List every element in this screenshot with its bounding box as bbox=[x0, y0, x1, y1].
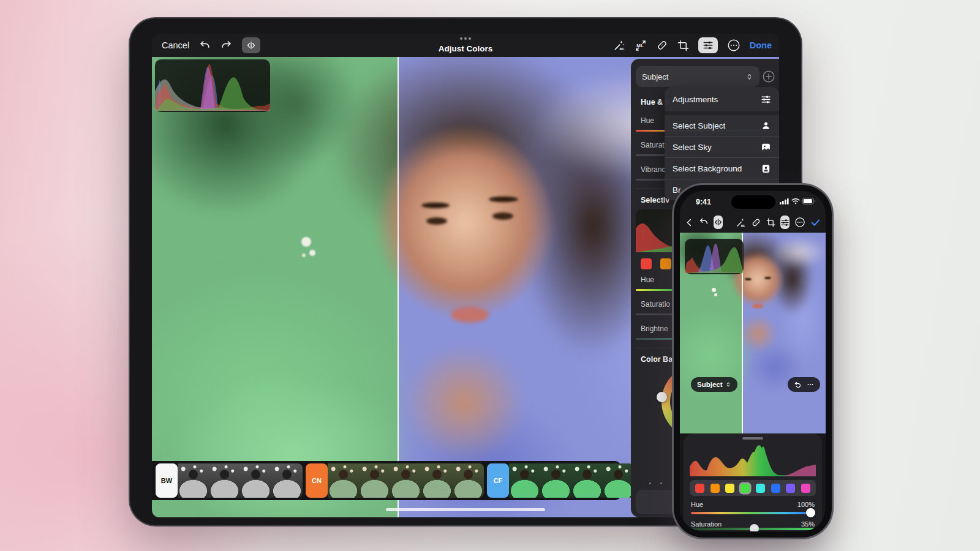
reset-more-chip[interactable] bbox=[788, 377, 820, 392]
selective-saturation-label: Saturatio bbox=[641, 300, 670, 309]
filter-thumbnail[interactable] bbox=[453, 463, 484, 498]
color-swatch[interactable] bbox=[725, 484, 734, 493]
adjustments-button[interactable] bbox=[698, 37, 718, 53]
saturation-slider-label: Saturati bbox=[641, 141, 666, 149]
split-compare-divider[interactable] bbox=[398, 57, 399, 517]
phone-saturation-value: 35% bbox=[801, 520, 815, 528]
neck-shape bbox=[740, 315, 777, 352]
phone-hue-knob[interactable] bbox=[806, 508, 815, 517]
histogram-overlay bbox=[155, 59, 270, 112]
sheet-drag-handle[interactable] bbox=[742, 437, 763, 440]
battery-icon bbox=[802, 198, 816, 204]
phone-adjustment-sheet: Hue 100% Saturation 35% bbox=[684, 433, 822, 531]
ml-resize-icon[interactable]: ML bbox=[635, 39, 647, 51]
more-options-icon[interactable] bbox=[794, 217, 805, 228]
lips-shape bbox=[451, 307, 489, 323]
person-icon bbox=[761, 121, 771, 131]
color-balance-knob[interactable] bbox=[657, 392, 667, 402]
home-indicator[interactable] bbox=[386, 508, 545, 511]
filter-tab-cn[interactable]: CN bbox=[306, 463, 328, 498]
cellular-signal-icon bbox=[780, 198, 789, 204]
phone-saturation-label: Saturation bbox=[691, 520, 722, 528]
subject-selector-label: Subject bbox=[642, 72, 668, 81]
chevron-updown-icon bbox=[725, 381, 731, 388]
menu-item-select-subject[interactable]: Select Subject bbox=[665, 115, 779, 136]
repair-bandage-icon[interactable] bbox=[656, 39, 668, 51]
multitasking-indicator-icon[interactable] bbox=[464, 37, 467, 40]
svg-text:ML: ML bbox=[741, 224, 745, 227]
ml-enhance-icon[interactable]: ML bbox=[736, 217, 746, 228]
color-swatch[interactable] bbox=[801, 484, 810, 493]
filter-thumbnail[interactable] bbox=[509, 463, 540, 498]
phone-histogram-overlay bbox=[685, 239, 744, 274]
phone-hue-label: Hue bbox=[691, 501, 703, 508]
neck-shape bbox=[403, 345, 526, 461]
filter-filmstrip[interactable]: BW CN CF bbox=[152, 461, 621, 500]
subject-selector[interactable]: Subject bbox=[636, 66, 760, 87]
menu-item-adjustments[interactable]: Adjustments bbox=[665, 87, 779, 111]
crop-icon[interactable] bbox=[677, 40, 689, 51]
back-icon[interactable] bbox=[685, 218, 694, 227]
repair-bandage-icon[interactable] bbox=[751, 217, 761, 228]
undo-icon[interactable] bbox=[699, 217, 709, 227]
menu-item-select-background[interactable]: Select Background bbox=[665, 157, 779, 179]
color-swatch[interactable] bbox=[771, 484, 780, 493]
done-button[interactable]: Done bbox=[750, 40, 772, 50]
menu-item-label: Br bbox=[673, 186, 681, 195]
chevron-updown-icon bbox=[745, 73, 753, 81]
filter-thumbnail[interactable] bbox=[603, 463, 634, 498]
filter-tab-cf[interactable]: CF bbox=[487, 463, 509, 498]
eye-shape bbox=[764, 277, 771, 279]
phone-toolbar: ML bbox=[680, 212, 826, 233]
color-swatch[interactable] bbox=[756, 484, 765, 493]
lips-shape bbox=[752, 304, 763, 309]
color-swatch[interactable] bbox=[741, 484, 750, 493]
filter-thumbnail[interactable] bbox=[540, 463, 571, 498]
filter-group-bw: BW bbox=[156, 463, 303, 498]
color-swatch[interactable] bbox=[710, 484, 720, 493]
filter-thumbnail[interactable] bbox=[421, 463, 453, 498]
color-swatch[interactable] bbox=[695, 484, 704, 493]
filter-thumbnail[interactable] bbox=[209, 463, 240, 498]
crop-icon[interactable] bbox=[766, 218, 775, 227]
filter-thumbnail[interactable] bbox=[571, 463, 603, 498]
filter-tab-bw[interactable]: BW bbox=[156, 463, 178, 498]
eye-shape bbox=[745, 278, 752, 280]
filter-thumbnail[interactable] bbox=[178, 463, 209, 498]
split-compare-button[interactable] bbox=[714, 216, 723, 229]
color-swatch[interactable] bbox=[641, 258, 652, 269]
reset-icon[interactable] bbox=[794, 381, 802, 389]
phone-hue-slider[interactable] bbox=[691, 512, 815, 514]
hue-slider-label: Hue bbox=[641, 116, 654, 125]
color-swatch[interactable] bbox=[660, 258, 671, 269]
more-options-icon[interactable] bbox=[727, 39, 741, 52]
color-swatch[interactable] bbox=[786, 484, 795, 493]
adjustments-button[interactable] bbox=[780, 216, 790, 229]
status-time: 9:41 bbox=[696, 198, 711, 206]
ml-enhance-icon[interactable]: ML bbox=[613, 39, 625, 51]
sliders-icon bbox=[761, 94, 771, 105]
phone-photo-canvas[interactable] bbox=[680, 233, 826, 433]
confirm-check-icon[interactable] bbox=[810, 217, 821, 228]
phone-topbar: 9:41 ML bbox=[680, 191, 826, 233]
eye-shape bbox=[492, 212, 513, 220]
filter-thumbnail[interactable] bbox=[328, 463, 359, 498]
phone-saturation-knob[interactable] bbox=[750, 524, 759, 531]
cancel-button[interactable]: Cancel bbox=[162, 40, 189, 50]
ellipsis-icon[interactable] bbox=[807, 381, 814, 388]
add-adjustment-button[interactable] bbox=[762, 70, 775, 83]
filter-thumbnail[interactable] bbox=[271, 463, 303, 498]
redo-icon[interactable] bbox=[221, 40, 232, 51]
filter-thumbnail[interactable] bbox=[390, 463, 421, 498]
filter-thumbnail[interactable] bbox=[240, 463, 271, 498]
menu-item-label: Adjustments bbox=[673, 95, 718, 104]
menu-item-select-sky[interactable]: Select Sky bbox=[665, 136, 779, 157]
color-balance-header: Color Ba bbox=[641, 355, 673, 364]
subject-chip[interactable]: Subject bbox=[691, 377, 737, 392]
wifi-icon bbox=[791, 198, 800, 204]
filter-thumbnail[interactable] bbox=[359, 463, 390, 498]
brow-shape bbox=[489, 197, 518, 202]
undo-icon[interactable] bbox=[199, 40, 211, 51]
split-compare-button[interactable] bbox=[242, 37, 260, 53]
dynamic-island bbox=[731, 195, 775, 209]
